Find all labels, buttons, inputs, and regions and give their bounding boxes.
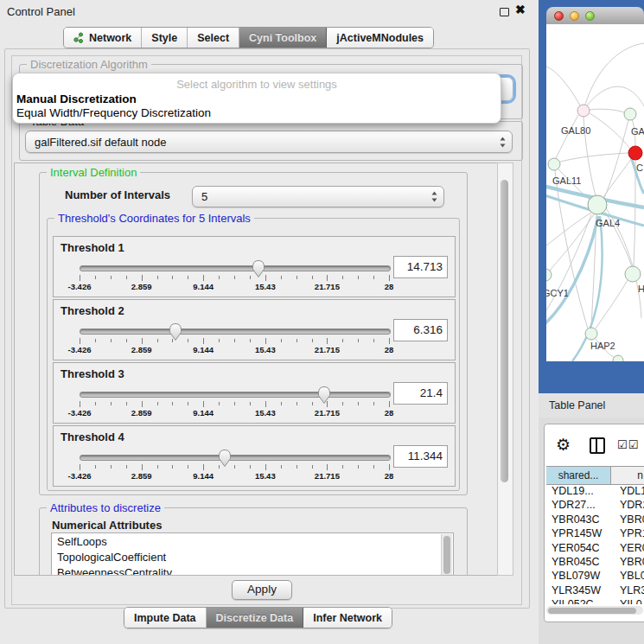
checkbox-icons[interactable]: ☑☑ bbox=[617, 438, 639, 451]
network-view-canvas[interactable]: GAL80GAGAL11CGAL4GCY1HHAP2 bbox=[546, 24, 644, 361]
table-row[interactable]: YBL079WYBL0 bbox=[546, 570, 644, 583]
column-split-icon[interactable] bbox=[590, 437, 605, 454]
network-edge[interactable] bbox=[546, 66, 580, 105]
threshold-value-field[interactable]: 6.316 bbox=[393, 319, 448, 341]
attribute-list-item[interactable]: BetweennessCentrality bbox=[52, 564, 453, 576]
network-edge[interactable] bbox=[604, 120, 628, 198]
network-edge[interactable] bbox=[590, 109, 624, 112]
slider-ticks bbox=[80, 337, 389, 345]
algorithm-option-manual-discretization[interactable]: Manual Discretization bbox=[16, 92, 499, 106]
network-edge[interactable] bbox=[603, 159, 631, 197]
algorithm-option-equal-width-frequency[interactable]: Equal Width/Frequency Discretization bbox=[16, 106, 499, 120]
tick-mark bbox=[358, 465, 359, 469]
tick-mark bbox=[203, 464, 204, 470]
network-edge[interactable] bbox=[634, 161, 635, 266]
table-row[interactable]: YIL052CYIL0 bbox=[546, 598, 644, 604]
settings-scrollbar-thumb[interactable] bbox=[501, 180, 508, 482]
table-row[interactable]: YBR045CYBR0 bbox=[546, 556, 644, 570]
node-gal80[interactable] bbox=[577, 105, 590, 117]
network-edge[interactable] bbox=[587, 86, 644, 106]
node-label: GAL11 bbox=[552, 175, 581, 186]
tick-mark bbox=[342, 402, 343, 405]
attribute-list-item[interactable]: SelfLoops bbox=[52, 533, 453, 549]
tab-style[interactable]: Style bbox=[142, 28, 188, 48]
attributes-list-scrollbar[interactable] bbox=[441, 534, 452, 576]
apply-button[interactable]: Apply bbox=[232, 580, 292, 600]
node-top-right[interactable] bbox=[624, 108, 636, 120]
table-data-selected-value: galFiltered.sif default node bbox=[26, 136, 500, 149]
network-edge[interactable] bbox=[556, 115, 578, 158]
tick-mark bbox=[312, 465, 313, 469]
table-row[interactable]: YBR043CYBR0 bbox=[546, 513, 644, 527]
control-panel-title: Control Panel bbox=[7, 5, 75, 18]
node-gcy1[interactable] bbox=[546, 269, 552, 281]
attributes-list-scrollbar-thumb[interactable] bbox=[443, 536, 450, 574]
tick-mark bbox=[188, 465, 188, 469]
attribute-list-item[interactable]: TopologicalCoefficient bbox=[52, 549, 453, 564]
table-row[interactable]: YER054CYER0 bbox=[546, 542, 644, 556]
slider-thumb[interactable] bbox=[168, 322, 183, 341]
window-zoom-button[interactable] bbox=[585, 11, 595, 21]
node-gal11[interactable] bbox=[548, 158, 560, 170]
tab-select[interactable]: Select bbox=[188, 28, 239, 48]
node-gal4[interactable] bbox=[588, 195, 607, 214]
network-edge[interactable] bbox=[590, 113, 629, 148]
column-header-name[interactable]: n bbox=[611, 467, 644, 484]
numerical-attributes-list[interactable]: SelfLoopsTopologicalCoefficientBetweenne… bbox=[51, 532, 454, 576]
node-bottom[interactable] bbox=[613, 355, 623, 361]
interval-definition-group: Interval Definition Number of Intervals … bbox=[39, 172, 468, 495]
gear-icon[interactable]: ⚙ bbox=[556, 435, 571, 455]
slider-track[interactable] bbox=[80, 392, 391, 398]
node-table[interactable]: shared... n YDL19...YDL1YDR27...YDR2YBR0… bbox=[546, 466, 644, 604]
node-right[interactable] bbox=[625, 266, 641, 282]
slider-thumb[interactable] bbox=[316, 385, 332, 405]
node-selected-red[interactable] bbox=[628, 146, 642, 160]
tab-impute-data[interactable]: Impute Data bbox=[124, 608, 207, 628]
threshold-value-field[interactable]: 11.344 bbox=[393, 445, 448, 468]
cell-name: YDL1 bbox=[616, 485, 644, 499]
tick-mark bbox=[95, 276, 96, 279]
table-row[interactable]: YPR145WYPR1 bbox=[546, 527, 644, 541]
close-icon[interactable]: ✖ bbox=[515, 3, 526, 16]
tick-mark bbox=[80, 338, 80, 344]
tick-mark bbox=[327, 275, 328, 281]
tick-mark bbox=[373, 339, 374, 342]
slider-track[interactable] bbox=[80, 328, 391, 335]
float-window-icon[interactable] bbox=[500, 8, 509, 16]
threshold-panel: Threshold 2-3.4262.8599.14415.4321.71528… bbox=[53, 299, 456, 360]
slider-thumb[interactable] bbox=[217, 448, 233, 468]
slider-track[interactable] bbox=[80, 265, 391, 271]
threshold-value-field[interactable]: 14.713 bbox=[393, 256, 448, 278]
table-row[interactable]: YLR345WYLR3 bbox=[546, 584, 644, 598]
tab-cyni-toolbox[interactable]: Cyni Toolbox bbox=[239, 28, 327, 48]
table-data-select[interactable]: galFiltered.sif default node bbox=[25, 131, 513, 153]
network-window-titlebar[interactable] bbox=[546, 7, 644, 25]
network-edge[interactable] bbox=[546, 213, 591, 249]
threshold-value-field[interactable]: 21.4 bbox=[393, 382, 448, 405]
table-row[interactable]: YDL19...YDL1 bbox=[546, 485, 644, 499]
slider-track[interactable] bbox=[80, 455, 391, 461]
network-edge[interactable] bbox=[546, 216, 598, 328]
tick-mark bbox=[126, 276, 127, 279]
tab-discretize-data[interactable]: Discretize Data bbox=[207, 608, 304, 628]
tick-mark bbox=[296, 339, 297, 342]
slider-thumb[interactable] bbox=[251, 258, 266, 278]
tab-network[interactable]: Network bbox=[64, 28, 142, 48]
tick-mark bbox=[296, 276, 297, 279]
column-header-shared-name[interactable]: shared... bbox=[546, 467, 611, 484]
tick-mark bbox=[219, 402, 220, 405]
attributes-group-title: Attributes to discretize bbox=[47, 501, 164, 514]
tab-jactivemnodules[interactable]: jActiveMNodules bbox=[327, 28, 433, 48]
window-close-button[interactable] bbox=[554, 11, 564, 21]
table-row[interactable]: YDR27...YDR2 bbox=[546, 499, 644, 513]
node-label: HAP2 bbox=[590, 341, 615, 351]
network-edge[interactable] bbox=[585, 43, 644, 105]
number-of-intervals-select[interactable]: 5 bbox=[192, 186, 444, 207]
tick-label: 2.859 bbox=[131, 471, 152, 481]
window-minimize-button[interactable] bbox=[570, 11, 579, 21]
table-horizontal-scrollbar[interactable] bbox=[546, 606, 643, 615]
table-horizontal-scrollbar-thumb[interactable] bbox=[548, 608, 636, 614]
node-hap2[interactable] bbox=[585, 328, 597, 340]
tab-infer-network[interactable]: Infer Network bbox=[303, 608, 392, 628]
settings-scrollbar[interactable] bbox=[497, 163, 513, 576]
